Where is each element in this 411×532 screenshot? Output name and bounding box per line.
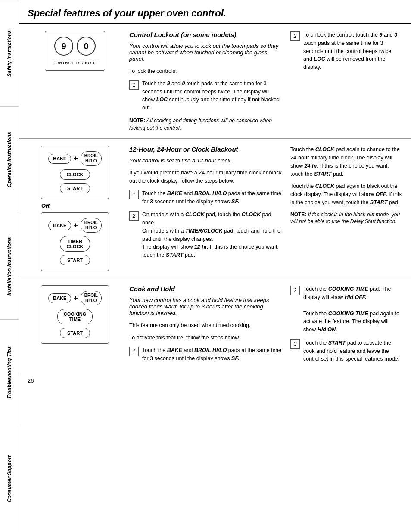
lockout-to-lock: To lock the controls: bbox=[129, 67, 283, 75]
clock-step1-text: Touch the BAKE and BROIL HI/LO pads at t… bbox=[142, 190, 283, 206]
cooking-time-button[interactable]: COOKINGTIME bbox=[57, 309, 93, 324]
nine-zero-buttons: 9 0 bbox=[54, 37, 96, 56]
clock-step-number-2: 2 bbox=[129, 211, 139, 221]
page-number: 26 bbox=[19, 373, 411, 388]
bake-button-2[interactable]: BAKE bbox=[48, 221, 71, 230]
lockout-text-right: 2 To unlock the control, touch the 9 and… bbox=[290, 31, 402, 131]
clock-right1: Touch the CLOCK pad again to change to t… bbox=[290, 146, 402, 178]
start-button-1[interactable]: START bbox=[60, 183, 90, 193]
control-lockout-label: CONTROL LOCKOUT bbox=[53, 61, 98, 65]
clock-button[interactable]: CLOCK bbox=[60, 169, 90, 180]
section-cook-hold: BAKE + BROILHI/LO COOKINGTIME START Cook… bbox=[19, 278, 411, 373]
lockout-step2: 2 To unlock the control, touch the 9 and… bbox=[290, 31, 402, 72]
cook-hold-diagram-col: BAKE + BROILHI/LO COOKINGTIME START bbox=[28, 285, 122, 366]
cook-hold-step3: 3 Touch the START pad to activate the co… bbox=[290, 339, 402, 363]
main-content: Special features of your upper oven cont… bbox=[19, 0, 411, 532]
sidebar-item-consumer: Consumer Support bbox=[0, 426, 19, 532]
button-0[interactable]: 0 bbox=[77, 37, 96, 56]
clock-diagram-2: BAKE + BROILHI/LO TIMERCLOCK START bbox=[41, 212, 109, 271]
button-9[interactable]: 9 bbox=[54, 37, 73, 56]
lockout-subheading: Your control will allow you to lock out … bbox=[129, 43, 283, 62]
page-title: Special features of your upper oven cont… bbox=[19, 0, 411, 24]
clock-diagram-1: BAKE + BROILHI/LO CLOCK START bbox=[41, 146, 109, 199]
plus-sign-3: + bbox=[74, 294, 78, 302]
clock-right2: Touch the CLOCK pad again to black out t… bbox=[290, 182, 402, 206]
sidebar-item-operating: Operating Instructions bbox=[0, 106, 19, 213]
cook-hold-heading: Cook and Hold bbox=[129, 285, 283, 292]
bake-button-1[interactable]: BAKE bbox=[48, 154, 71, 164]
step-number-1: 1 bbox=[129, 80, 139, 90]
clock-diagram-col: BAKE + BROILHI/LO CLOCK START OR BAKE + … bbox=[28, 146, 122, 271]
clock-note: NOTE: If the clock is in the black-out m… bbox=[290, 211, 402, 226]
sidebar: Safety Instructions Operating Instructio… bbox=[0, 0, 19, 532]
cook-hold-step1: 1 Touch the BAKE and BROIL HI/LO pads at… bbox=[129, 346, 283, 363]
cook-hold-step-number-1: 1 bbox=[129, 347, 139, 356]
broil-button-2[interactable]: BROILHI/LO bbox=[81, 218, 102, 233]
bake-broil-row-1: BAKE + BROILHI/LO bbox=[48, 151, 102, 166]
sidebar-item-installation: Installation Instructions bbox=[0, 213, 19, 319]
section-clock: BAKE + BROILHI/LO CLOCK START OR BAKE + … bbox=[19, 139, 411, 278]
step-number-2: 2 bbox=[290, 31, 300, 41]
step2-text: To unlock the control, touch the 9 and 0… bbox=[303, 31, 402, 72]
cook-hold-intro: This feature can only be used when timed… bbox=[129, 321, 283, 330]
broil-button-1[interactable]: BROILHI/LO bbox=[81, 151, 102, 166]
cook-hold-step3-text: Touch the START pad to activate the cook… bbox=[303, 339, 402, 363]
lockout-diagram: 9 0 CONTROL LOCKOUT bbox=[45, 31, 105, 71]
cook-hold-step2-text: Touch the COOKING TIME pad. The display … bbox=[303, 285, 402, 334]
sidebar-item-troubleshooting: Troubleshooting Tips bbox=[0, 319, 19, 426]
lockout-diagram-col: 9 0 CONTROL LOCKOUT bbox=[28, 31, 122, 131]
bake-broil-row-3: BAKE + BROILHI/LO bbox=[48, 291, 102, 305]
section-control-lockout: 9 0 CONTROL LOCKOUT Control Lockout (on … bbox=[19, 24, 411, 139]
cook-hold-step1-text: Touch the BAKE and BROIL HI/LO pads at t… bbox=[142, 346, 283, 363]
cook-hold-text-right: 2 Touch the COOKING TIME pad. The displa… bbox=[290, 285, 402, 366]
clock-text-left: 12-Hour, 24-Hour or Clock Blackout Your … bbox=[129, 146, 283, 271]
lockout-text-col: Control Lockout (on some models) Your co… bbox=[129, 31, 283, 131]
lockout-step1: 1 Touch the 9 and 0 touch pads at the sa… bbox=[129, 80, 283, 112]
clock-step2-text: On models with a CLOCK pad, touch the CL… bbox=[142, 211, 283, 259]
plus-sign-1: + bbox=[74, 155, 78, 162]
cook-hold-subheading: Your new control has a cook and hold fea… bbox=[129, 297, 283, 316]
clock-text-right: Touch the CLOCK pad again to change to t… bbox=[290, 146, 402, 271]
clock-subheading: Your control is set to use a 12-hour clo… bbox=[129, 157, 283, 164]
lockout-note: NOTE: All cooking and timing functions w… bbox=[129, 117, 283, 132]
lockout-heading: Control Lockout (on some models) bbox=[129, 31, 283, 38]
clock-heading: 12-Hour, 24-Hour or Clock Blackout bbox=[129, 146, 283, 153]
broil-button-3[interactable]: BROILHI/LO bbox=[81, 291, 102, 305]
start-button-3[interactable]: START bbox=[60, 328, 90, 338]
clock-step2: 2 On models with a CLOCK pad, touch the … bbox=[129, 211, 283, 259]
clock-step-number-1: 1 bbox=[129, 190, 139, 199]
step1-text: Touch the 9 and 0 touch pads at the same… bbox=[142, 80, 283, 112]
cook-hold-diagram: BAKE + BROILHI/LO COOKINGTIME START bbox=[41, 285, 109, 344]
bake-broil-row-2: BAKE + BROILHI/LO bbox=[48, 218, 102, 233]
or-label: OR bbox=[41, 202, 50, 209]
clock-step1: 1 Touch the BAKE and BROIL HI/LO pads at… bbox=[129, 190, 283, 206]
sidebar-item-safety: Safety Instructions bbox=[0, 0, 19, 106]
clock-intro: If you would prefer to have a 24-hour mi… bbox=[129, 169, 283, 185]
start-button-2[interactable]: START bbox=[60, 255, 90, 265]
bake-button-3[interactable]: BAKE bbox=[48, 293, 71, 303]
plus-sign-2: + bbox=[74, 221, 78, 229]
cook-hold-text-left: Cook and Hold Your new control has a coo… bbox=[129, 285, 283, 366]
cook-hold-intro2: To activate this feature, follow the ste… bbox=[129, 334, 283, 342]
cook-hold-step-number-3: 3 bbox=[290, 339, 300, 349]
cook-hold-step-number-2: 2 bbox=[290, 286, 300, 295]
cook-hold-step2: 2 Touch the COOKING TIME pad. The displa… bbox=[290, 285, 402, 334]
timer-clock-button[interactable]: TIMERCLOCK bbox=[60, 236, 90, 252]
